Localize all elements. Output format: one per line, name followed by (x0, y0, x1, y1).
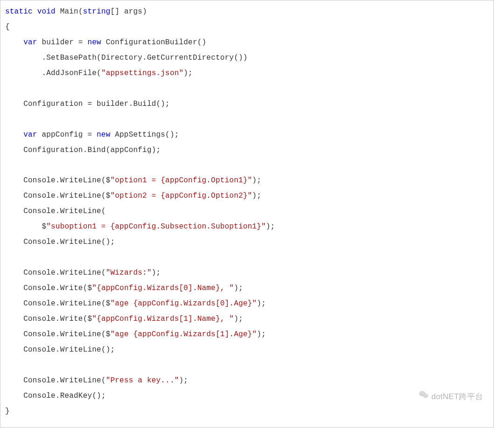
token-pln: Write (60, 284, 83, 292)
token-pln: Console (23, 299, 56, 308)
token-pln: Console (23, 192, 56, 200)
token-pln: Console (23, 330, 56, 339)
token-pln: Console (23, 346, 56, 354)
code-line: Console.Write($"{appConfig.Wizards[1].Na… (5, 315, 243, 323)
token-pun: ( (101, 207, 106, 215)
token-pun: ($ (83, 315, 92, 323)
token-pln (56, 7, 60, 16)
token-pun: ($ (83, 284, 92, 292)
token-pln: Write (60, 315, 83, 323)
token-pun: ()) (234, 54, 247, 62)
token-pun: = (87, 131, 97, 139)
token-pln: GetCurrentDirectory (147, 54, 234, 62)
token-pun: (); (156, 100, 170, 108)
code-content: static void Main(string[] args) { var bu… (5, 4, 489, 419)
token-pln: SetBasePath (46, 54, 97, 62)
code-line: Configuration = builder.Build(); (5, 100, 170, 108)
code-line: var builder = new ConfigurationBuilder() (5, 38, 206, 47)
token-pun: (); (92, 392, 105, 400)
token-pun: ($ (101, 330, 111, 339)
token-typ: Main (60, 7, 78, 16)
token-pln: builder (97, 100, 129, 108)
token-kw: var (23, 131, 37, 139)
token-str: "Wizards:" (106, 269, 152, 277)
token-pln (33, 7, 37, 16)
code-line: $"suboption1 = {appConfig.Subsection.Sub… (5, 222, 275, 231)
token-pun: = (87, 100, 97, 108)
code-line: Console.WriteLine(); (5, 346, 115, 354)
token-pln: Console (23, 315, 56, 323)
token-str: "{appConfig.Wizards[0].Name}, " (92, 284, 234, 292)
token-kw: new (87, 38, 101, 47)
token-pln: appConfig (110, 146, 151, 154)
token-pln: builder (37, 38, 78, 47)
token-pln: ReadKey (60, 392, 92, 400)
token-pun: [] (111, 7, 124, 16)
token-pln: WriteLine (60, 330, 101, 339)
token-pun: . (56, 176, 60, 185)
code-line: .AddJsonFile("appsettings.json"); (5, 69, 193, 77)
token-kw: static (5, 7, 33, 16)
token-pln: appConfig (37, 131, 88, 139)
code-line: Console.WriteLine($"age {appConfig.Wizar… (5, 330, 266, 339)
token-pun: . (56, 238, 60, 246)
token-pln: Build (133, 100, 156, 108)
token-pun: . (56, 315, 60, 323)
token-pun: ); (252, 176, 261, 185)
token-pln: WriteLine (60, 346, 101, 354)
code-line: Console.WriteLine("Press a key..."); (5, 376, 188, 385)
token-pln: AppSettings (110, 131, 165, 139)
code-line: Console.WriteLine( (5, 207, 106, 215)
code-line: Console.WriteLine(); (5, 238, 115, 246)
token-pun: . (56, 330, 60, 339)
token-pun: ); (152, 146, 161, 154)
token-pun: ($ (101, 192, 111, 200)
token-pun: (); (165, 131, 179, 139)
code-line: .SetBasePath(Directory.GetCurrentDirecto… (5, 54, 248, 62)
token-pln: WriteLine (60, 299, 101, 308)
token-pln: Console (23, 376, 56, 385)
token-pln: Bind (87, 146, 105, 154)
token-pun: . (129, 100, 133, 108)
token-str: "option2 = {appConfig.Option2}" (110, 192, 252, 200)
code-line: Console.WriteLine($"option2 = {appConfig… (5, 192, 261, 200)
code-line: Configuration.Bind(appConfig); (5, 146, 161, 154)
code-line: } (5, 407, 10, 415)
token-pun: $ (42, 222, 46, 231)
token-pun: ); (257, 299, 266, 308)
token-pun: . (56, 207, 60, 215)
code-line: Console.WriteLine("Wizards:"); (5, 269, 161, 277)
token-pln: Console (23, 392, 56, 400)
code-line: Console.WriteLine($"option1 = {appConfig… (5, 176, 261, 185)
token-str: "appsettings.json" (101, 69, 183, 77)
token-pun: . (42, 69, 46, 77)
token-str: "suboption1 = {appConfig.Subsection.Subo… (46, 222, 266, 231)
token-pun: ); (179, 376, 189, 385)
token-pun: . (56, 284, 60, 292)
token-pln: WriteLine (60, 269, 101, 277)
token-pln: args (124, 7, 142, 16)
token-pln: AddJsonFile (46, 69, 97, 77)
code-line: { (5, 23, 10, 31)
token-pun: . (42, 54, 46, 62)
token-str: "option1 = {appConfig.Option1}" (110, 176, 252, 185)
token-pln: Console (23, 238, 56, 246)
token-pln: WriteLine (60, 192, 101, 200)
token-kw: var (23, 38, 37, 47)
token-pln: WriteLine (60, 376, 101, 385)
token-pun: ); (266, 222, 275, 231)
token-pun: ( (106, 146, 111, 154)
token-pun: ); (234, 315, 243, 323)
token-pln: WriteLine (60, 176, 101, 185)
token-kw: new (97, 131, 110, 139)
token-pun: ) (142, 7, 147, 16)
token-pun: () (197, 38, 207, 47)
token-pln: Configuration (23, 100, 87, 108)
code-line: Console.WriteLine($"age {appConfig.Wizar… (5, 299, 266, 308)
token-pun: } (5, 407, 10, 415)
token-pun: . (56, 376, 60, 385)
token-pln: WriteLine (60, 238, 101, 246)
token-pun: ); (234, 284, 243, 292)
token-str: "age {appConfig.Wizards[1].Age}" (110, 330, 257, 339)
token-pun: . (56, 299, 60, 308)
